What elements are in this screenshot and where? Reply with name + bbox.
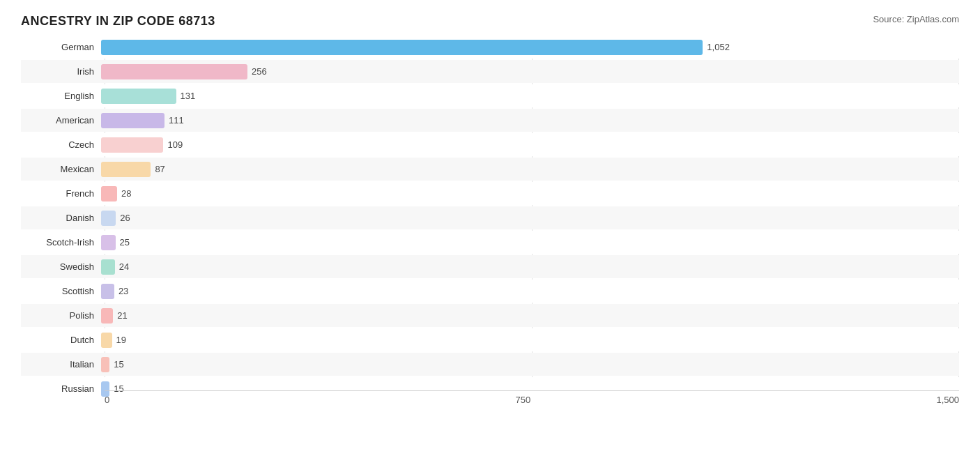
bar-value: 1,052 [707,42,730,52]
bar-fill [101,113,164,128]
bar-value: 256 [252,66,267,77]
bar-track: 25 [101,235,959,250]
bar-label: Italian [21,359,101,370]
bar-label: Polish [21,310,101,321]
bar-fill [101,235,116,250]
chart-area: German1,052Irish256English131American111… [21,36,959,423]
bar-fill [101,211,116,226]
bar-value: 23 [118,286,128,296]
bar-row: American111 [21,109,959,132]
bar-row: Mexican87 [21,158,959,181]
bar-label: American [21,115,101,125]
bar-value: 19 [116,335,126,345]
bar-label: Mexican [21,164,101,174]
bar-value: 28 [121,188,131,199]
bar-label: German [21,42,101,52]
bar-track: 87 [101,162,959,177]
bar-row: German1,052 [21,36,959,59]
chart-container: ANCESTRY IN ZIP CODE 68713 Source: ZipAt… [0,0,980,449]
bar-fill [101,186,117,201]
bar-value: 109 [167,139,183,150]
bar-row: Scottish23 [21,280,959,303]
bar-fill [101,357,109,372]
bar-row: Scotch-Irish25 [21,231,959,254]
bar-label: Irish [21,66,101,77]
bar-value: 21 [117,310,127,321]
bar-fill [101,137,163,153]
bar-row: French28 [21,182,959,205]
bar-row: English131 [21,84,959,107]
bar-row: Danish26 [21,206,959,229]
bars-container: German1,052Irish256English131American111… [21,36,959,398]
bar-value: 24 [119,261,129,272]
bar-track: 21 [101,308,959,324]
bar-value: 111 [169,115,184,125]
bar-label: Scotch-Irish [21,237,101,248]
bar-track: 24 [101,259,959,275]
bar-label: Swedish [21,261,101,272]
bar-fill [101,64,247,79]
bar-value: 25 [120,237,130,248]
bar-value: 26 [120,213,130,223]
bar-row: Swedish24 [21,255,959,278]
bar-row: Irish256 [21,60,959,83]
bar-fill [101,40,703,55]
bar-track: 256 [101,64,959,79]
bar-track: 19 [101,333,959,348]
x-axis-label: 750 [515,395,530,405]
x-axis-label: 1,500 [936,395,959,405]
bar-label: French [21,188,101,199]
bar-label: Scottish [21,286,101,296]
bar-label: English [21,91,101,101]
bar-track: 26 [101,211,959,226]
source-text: Source: ZipAtlas.com [873,14,959,24]
bar-row: Czech109 [21,133,959,156]
x-axis: 07501,500 [105,395,959,405]
bar-label: Russian [21,383,101,394]
bar-fill [101,162,151,177]
bar-value: 15 [114,359,123,370]
bar-label: Czech [21,139,101,150]
bar-fill [101,89,176,104]
bar-value: 87 [155,164,164,174]
header-row: ANCESTRY IN ZIP CODE 68713 Source: ZipAt… [21,14,959,29]
bar-fill [101,333,112,348]
x-axis-line [105,390,959,391]
bar-track: 111 [101,113,959,128]
bar-track: 28 [101,186,959,201]
bar-track: 15 [101,357,959,372]
chart-title: ANCESTRY IN ZIP CODE 68713 [21,14,215,29]
bar-label: Dutch [21,335,101,345]
bar-track: 131 [101,89,959,104]
bar-track: 1,052 [101,40,959,55]
bar-value: 131 [181,91,196,101]
bar-track: 109 [101,137,959,153]
bar-value: 15 [114,383,123,394]
bar-fill [101,284,114,299]
bar-row: Dutch19 [21,328,959,351]
bar-label: Danish [21,213,101,223]
bar-fill [101,308,113,324]
bar-row: Italian15 [21,353,959,376]
bar-row: Polish21 [21,304,959,327]
bar-fill [101,259,115,275]
bar-track: 23 [101,284,959,299]
x-axis-label: 0 [105,395,109,405]
